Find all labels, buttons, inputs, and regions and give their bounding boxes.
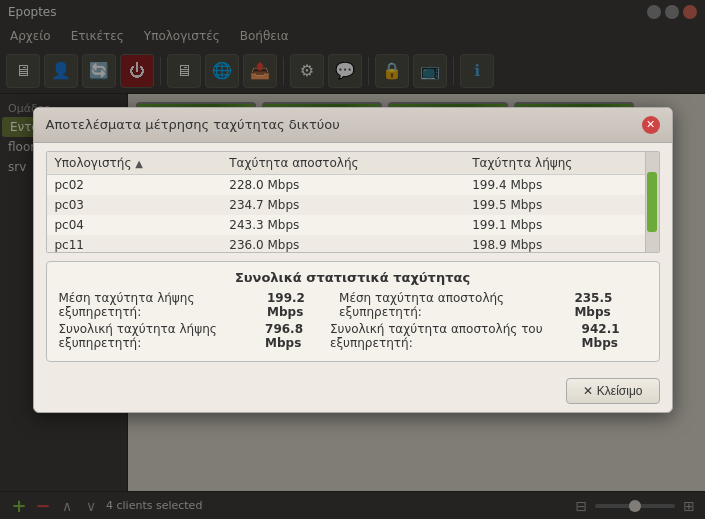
cell-computer-pc03: pc03: [47, 195, 222, 215]
stats-row-1: Μέση ταχύτητα λήψης εξυπηρετητή: 199.2 M…: [59, 291, 647, 319]
results-table-wrapper: Υπολογιστής ▲ Ταχύτητα αποστολής Ταχύτητ…: [46, 151, 660, 253]
modal-body: Υπολογιστής ▲ Ταχύτητα αποστολής Ταχύτητ…: [34, 143, 672, 370]
modal-footer: ✕ Κλείσιμο: [34, 370, 672, 412]
results-modal: Αποτελέσματα μέτρησης ταχύτητας δικτύου …: [33, 107, 673, 413]
avg-download-stat: Μέση ταχύτητα λήψης εξυπηρετητή: 199.2 M…: [59, 291, 340, 319]
modal-header: Αποτελέσματα μέτρησης ταχύτητας δικτύου …: [34, 108, 672, 143]
scrollbar-thumb: [647, 172, 657, 232]
total-download-value: 796.8 Mbps: [265, 322, 330, 350]
avg-download-value: 199.2 Mbps: [267, 291, 339, 319]
table-row: pc04 243.3 Mbps 199.1 Mbps: [47, 215, 659, 235]
cell-computer-pc11: pc11: [47, 235, 222, 252]
col-download[interactable]: Ταχύτητα λήψης: [464, 152, 658, 175]
modal-close-button[interactable]: ✕: [642, 116, 660, 134]
cell-upload-pc03: 234.7 Mbps: [221, 195, 464, 215]
table-body: pc02 228.0 Mbps 199.4 Mbps pc03 234.7 Mb…: [47, 174, 659, 252]
stats-section: Συνολικά στατιστικά ταχύτητας Μέση ταχύτ…: [46, 261, 660, 362]
cell-computer-pc02: pc02: [47, 174, 222, 195]
total-download-stat: Συνολική ταχύτητα λήψης εξυπηρετητή: 796…: [59, 322, 330, 350]
cell-upload-pc11: 236.0 Mbps: [221, 235, 464, 252]
stats-title: Συνολικά στατιστικά ταχύτητας: [59, 270, 647, 285]
avg-download-label: Μέση ταχύτητα λήψης εξυπηρετητή:: [59, 291, 264, 319]
table-row: pc02 228.0 Mbps 199.4 Mbps: [47, 174, 659, 195]
cell-download-pc02: 199.4 Mbps: [464, 174, 658, 195]
col-upload[interactable]: Ταχύτητα αποστολής: [221, 152, 464, 175]
total-upload-value: 942.1 Mbps: [582, 322, 647, 350]
modal-overlay: Αποτελέσματα μέτρησης ταχύτητας δικτύου …: [0, 0, 705, 519]
avg-upload-value: 235.5 Mbps: [574, 291, 646, 319]
sort-arrow-icon: ▲: [135, 158, 143, 169]
cell-upload-pc02: 228.0 Mbps: [221, 174, 464, 195]
total-upload-stat: Συνολική ταχύτητα αποστολής του εξυπηρετ…: [330, 322, 647, 350]
total-download-label: Συνολική ταχύτητα λήψης εξυπηρετητή:: [59, 322, 262, 350]
scrollbar-track[interactable]: [645, 152, 659, 252]
cell-computer-pc04: pc04: [47, 215, 222, 235]
close-modal-button[interactable]: ✕ Κλείσιμο: [566, 378, 659, 404]
cell-download-pc03: 199.5 Mbps: [464, 195, 658, 215]
cell-download-pc11: 198.9 Mbps: [464, 235, 658, 252]
table-row: pc11 236.0 Mbps 198.9 Mbps: [47, 235, 659, 252]
avg-upload-stat: Μέση ταχύτητα αποστολής εξυπηρετητή: 235…: [339, 291, 646, 319]
stats-row-2: Συνολική ταχύτητα λήψης εξυπηρετητή: 796…: [59, 322, 647, 350]
results-table-scroll[interactable]: Υπολογιστής ▲ Ταχύτητα αποστολής Ταχύτητ…: [47, 152, 659, 252]
cell-upload-pc04: 243.3 Mbps: [221, 215, 464, 235]
modal-title: Αποτελέσματα μέτρησης ταχύτητας δικτύου: [46, 117, 340, 132]
total-upload-label: Συνολική ταχύτητα αποστολής του εξυπηρετ…: [330, 322, 578, 350]
avg-upload-label: Μέση ταχύτητα αποστολής εξυπηρετητή:: [339, 291, 570, 319]
cell-download-pc04: 199.1 Mbps: [464, 215, 658, 235]
results-table: Υπολογιστής ▲ Ταχύτητα αποστολής Ταχύτητ…: [47, 152, 659, 252]
table-row: pc03 234.7 Mbps 199.5 Mbps: [47, 195, 659, 215]
col-computer[interactable]: Υπολογιστής ▲: [47, 152, 222, 175]
